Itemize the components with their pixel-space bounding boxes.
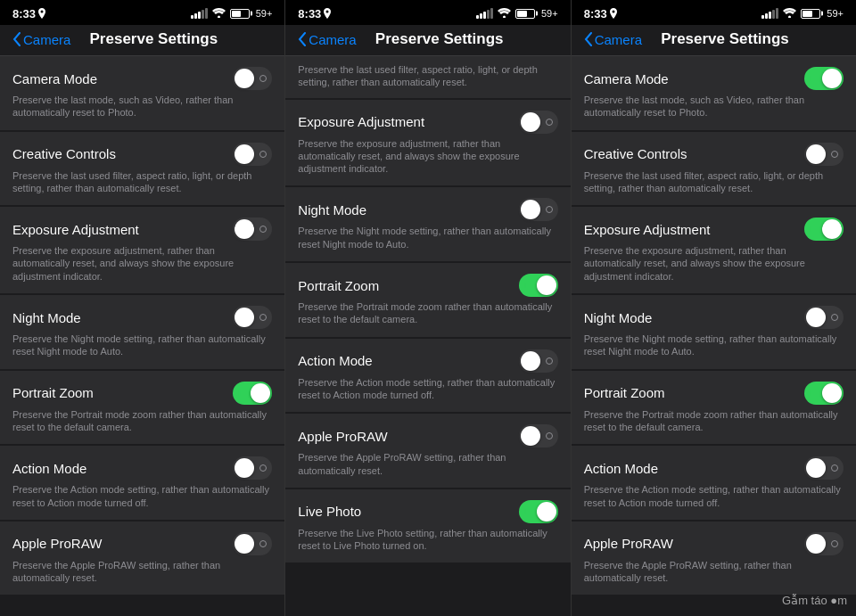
toggle-knob [822,383,842,403]
battery-percent: 59+ [256,8,273,19]
toggle-switch[interactable] [233,143,272,166]
setting-desc: Preserve the Apple ProRAW setting, rathe… [12,559,272,585]
signal-bar [480,13,482,19]
setting-item-portrait-zoom: Portrait ZoomIPreserve the Portrait mode… [285,263,570,337]
svg-point-0 [218,15,220,18]
nav-back-label: Camera [309,32,356,47]
setting-item-action-mode: Action ModePreserve the Action mode sett… [0,446,284,520]
signal-bar [198,12,201,19]
settings-content: Camera ModeIPreserve the last mode, such… [572,56,856,616]
setting-title: Night Mode [298,202,366,218]
toggle-switch[interactable]: I [233,382,272,405]
toggle-knob [251,383,270,403]
wifi-icon [498,8,511,20]
toggle-switch[interactable] [519,424,558,448]
setting-desc: Preserve the Apple ProRAW setting, rathe… [298,451,557,477]
setting-title: Night Mode [584,310,653,325]
setting-row: Exposure AdjustmentI [584,218,844,241]
toggle-switch[interactable]: I [804,218,844,241]
partial-item-top: Preserve the last used filter, aspect ra… [285,56,570,98]
setting-item-creative-controls: Creative ControlsPreserve the last used … [572,132,856,206]
setting-row: Exposure Adjustment [12,218,272,241]
status-bar: 8:33 59+ [572,0,856,25]
toggle-switch[interactable] [233,456,272,480]
toggle-switch[interactable] [519,198,558,221]
toggle-switch[interactable]: I [519,500,558,523]
setting-item-exposure-adjustment: Exposure AdjustmentPreserve the exposure… [285,100,570,186]
toggle-off-circle [259,151,267,158]
toggle-switch[interactable] [519,349,558,373]
signal-bar [769,12,771,19]
status-bar: 8:33 59+ [285,0,570,25]
setting-title: Exposure Adjustment [12,222,139,237]
setting-item-apple-proraw: Apple ProRAWPreserve the Apple ProRAW se… [572,522,856,595]
signal-bar [205,8,208,19]
setting-title: Action Mode [12,461,86,476]
setting-title: Exposure Adjustment [584,222,711,237]
toggle-switch[interactable] [233,306,272,329]
setting-title: Live Photo [298,504,361,519]
toggle-switch[interactable] [233,532,272,555]
watermark: Gẫm táo ●m [782,594,847,607]
setting-item-night-mode: Night ModePreserve the Night mode settin… [572,295,856,369]
setting-title: Portrait Zoom [584,385,665,400]
toggle-switch[interactable]: I [519,274,558,297]
setting-title: Apple ProRAW [298,429,387,444]
toggle-switch[interactable] [804,306,844,329]
setting-desc: Preserve the Portrait mode zoom rather t… [298,300,557,326]
toggle-knob [235,458,254,478]
svg-point-1 [503,15,506,18]
signal-bar [490,8,493,19]
back-chevron-icon [12,32,21,46]
toggle-knob [235,308,254,327]
setting-item-portrait-zoom: Portrait ZoomIPreserve the Portrait mode… [0,371,284,445]
status-time: 8:33 [584,7,617,21]
battery-percent: 59+ [541,8,558,19]
settings-content: Camera ModePreserve the last mode, such … [0,56,284,616]
toggle-off-circle [546,432,553,439]
toggle-off-circle [831,151,838,158]
signal-bar [476,15,479,19]
toggle-switch[interactable] [804,532,844,555]
toggle-off-circle [259,540,267,547]
toggle-switch[interactable]: I [804,382,844,405]
setting-title: Apple ProRAW [584,536,673,551]
battery-icon [801,9,820,19]
setting-row: Night Mode [584,306,844,329]
toggle-knob [537,275,556,295]
nav-bar: CameraPreserve Settings [0,25,284,56]
wifi-icon [783,8,796,20]
setting-item-creative-controls: Creative ControlsPreserve the last used … [0,132,284,206]
toggle-knob [806,534,826,554]
setting-row: Night Mode [298,198,557,221]
nav-back-label: Camera [595,32,642,47]
toggle-switch[interactable] [233,218,272,241]
phone-panel-panel3: 8:33 59+CameraPreserve SettingsCamera Mo… [572,0,856,616]
toggle-switch[interactable] [804,143,844,166]
nav-back-button[interactable]: Camera [584,32,642,47]
nav-back-button[interactable]: Camera [298,32,356,47]
toggle-switch[interactable] [804,456,844,480]
toggle-switch[interactable]: I [804,67,844,90]
setting-item-live-photo: Live PhotoIPreserve the Live Photo setti… [285,489,570,563]
setting-row: Portrait ZoomI [584,382,844,405]
toggle-knob [521,200,540,219]
toggle-off-circle [259,226,267,233]
battery-icon [515,9,535,19]
toggle-switch[interactable] [233,67,272,90]
setting-row: Action Mode [12,456,272,480]
battery-percent: 59+ [827,8,844,19]
location-icon [610,8,617,19]
status-right: 59+ [476,8,558,20]
setting-item-apple-proraw: Apple ProRAWPreserve the Apple ProRAW se… [0,522,284,595]
status-right: 59+ [191,8,273,20]
setting-title: Action Mode [298,353,372,368]
toggle-switch[interactable] [519,111,558,134]
toggle-off-circle [546,119,553,126]
battery-fill [517,11,527,17]
setting-desc: Preserve the Live Photo setting, rather … [298,527,557,553]
wifi-icon [212,8,226,20]
toggle-knob [806,144,826,164]
setting-item-camera-mode: Camera ModeIPreserve the last mode, such… [572,56,856,130]
nav-back-button[interactable]: Camera [12,32,70,47]
